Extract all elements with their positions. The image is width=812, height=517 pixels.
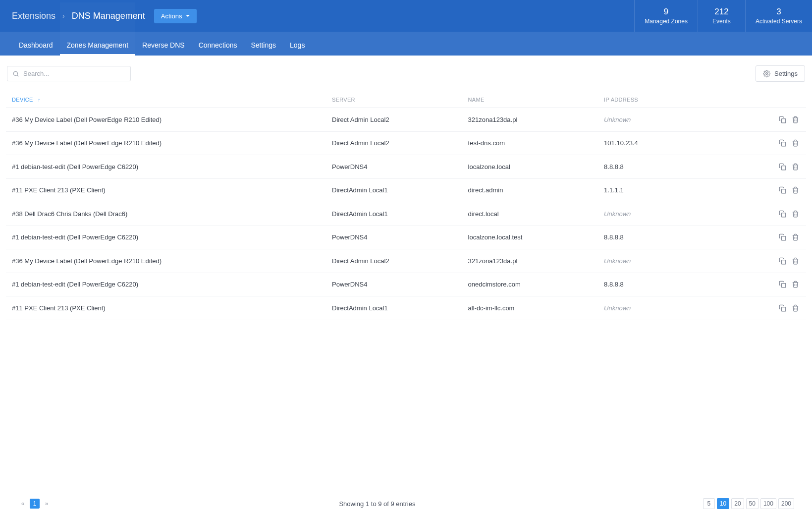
tab-zones-management[interactable]: Zones Management <box>60 34 136 56</box>
stat-managed-zones[interactable]: 9 Managed Zones <box>634 0 698 32</box>
tab-reverse-dns[interactable]: Reverse DNS <box>135 34 192 56</box>
column-ip[interactable]: IP ADDRESS <box>598 92 734 108</box>
svg-rect-11 <box>781 307 785 311</box>
cell-actions <box>734 202 806 226</box>
cell-actions <box>734 155 806 179</box>
cell-ip: 101.10.23.4 <box>598 131 734 155</box>
cell-ip: 8.8.8.8 <box>598 226 734 249</box>
trash-icon[interactable] <box>790 232 800 242</box>
stat-events[interactable]: 212 Events <box>698 0 745 32</box>
search-wrap[interactable] <box>7 66 131 81</box>
tab-connections[interactable]: Connections <box>192 34 244 56</box>
copy-icon[interactable] <box>777 162 787 172</box>
stat-label: Managed Zones <box>645 18 688 25</box>
copy-icon[interactable] <box>777 115 787 124</box>
ip-unknown-label: Unknown <box>604 116 631 123</box>
column-actions <box>734 92 806 108</box>
cell-ip: Unknown <box>598 249 734 273</box>
cell-name: direct.admin <box>462 178 598 202</box>
tab-settings[interactable]: Settings <box>244 34 283 56</box>
svg-rect-6 <box>781 189 785 193</box>
header-tabs: Dashboard Zones Management Reverse DNS C… <box>0 32 812 56</box>
ip-unknown-label: Unknown <box>604 257 631 265</box>
cell-server: PowerDNS4 <box>326 226 462 249</box>
cell-name: localzone.local <box>462 155 598 179</box>
cell-server: DirectAdmin Local1 <box>326 178 462 202</box>
table-row[interactable]: #36 My Device Label (Dell PowerEdge R210… <box>6 108 806 132</box>
svg-rect-10 <box>781 284 785 287</box>
cell-server: PowerDNS4 <box>326 273 462 296</box>
svg-line-1 <box>17 75 19 76</box>
copy-icon[interactable] <box>777 280 787 289</box>
table-row[interactable]: #1 debian-test-edit (Dell PowerEdge C622… <box>6 273 806 296</box>
trash-icon[interactable] <box>790 209 800 219</box>
copy-icon[interactable] <box>777 256 787 266</box>
search-input[interactable] <box>23 70 125 77</box>
breadcrumb-root[interactable]: Extensions <box>12 11 55 21</box>
table-row[interactable]: #1 debian-test-edit (Dell PowerEdge C622… <box>6 226 806 249</box>
cell-actions <box>734 131 806 155</box>
settings-button[interactable]: Settings <box>756 65 805 82</box>
settings-button-label: Settings <box>774 70 798 77</box>
table-row[interactable]: #11 PXE Client 213 (PXE Client)DirectAdm… <box>6 178 806 202</box>
cell-device: #11 PXE Client 213 (PXE Client) <box>6 178 326 202</box>
copy-icon[interactable] <box>777 209 787 219</box>
cell-server: Direct Admin Local2 <box>326 108 462 132</box>
column-device-label: DEVICE <box>12 97 33 103</box>
table-row[interactable]: #11 PXE Client 213 (PXE Client)DirectAdm… <box>6 296 806 320</box>
cell-actions <box>734 249 806 273</box>
cell-device: #36 My Device Label (Dell PowerEdge R210… <box>6 249 326 273</box>
actions-dropdown-button[interactable]: Actions <box>154 9 197 23</box>
ip-unknown-label: Unknown <box>604 304 631 312</box>
cell-name: 321zona123da.pl <box>462 108 598 132</box>
column-device[interactable]: DEVICE ↑ <box>6 92 326 108</box>
table-row[interactable]: #1 debian-test-edit (Dell PowerEdge C622… <box>6 155 806 179</box>
copy-icon[interactable] <box>777 138 787 148</box>
stat-activated-servers[interactable]: 3 Activated Servers <box>745 0 812 32</box>
copy-icon[interactable] <box>777 232 787 242</box>
column-server[interactable]: SERVER <box>326 92 462 108</box>
cell-actions <box>734 108 806 132</box>
cell-ip: 1.1.1.1 <box>598 178 734 202</box>
column-name[interactable]: NAME <box>462 92 598 108</box>
svg-point-0 <box>13 71 17 75</box>
stat-value: 9 <box>664 7 668 17</box>
trash-icon[interactable] <box>790 115 800 124</box>
cell-actions <box>734 226 806 249</box>
svg-rect-7 <box>781 213 785 217</box>
copy-icon[interactable] <box>777 303 787 313</box>
cell-ip: Unknown <box>598 108 734 132</box>
cell-server: Direct Admin Local2 <box>326 131 462 155</box>
cell-ip: Unknown <box>598 202 734 226</box>
cell-device: #1 debian-test-edit (Dell PowerEdge C622… <box>6 226 326 249</box>
cell-ip: 8.8.8.8 <box>598 155 734 179</box>
zones-table: DEVICE ↑ SERVER NAME IP ADDRESS #36 My D… <box>6 92 806 320</box>
tab-logs[interactable]: Logs <box>283 34 312 56</box>
table-row[interactable]: #38 Dell Drac6 Chris Danks (Dell Drac6)D… <box>6 202 806 226</box>
svg-rect-3 <box>781 118 785 122</box>
cell-ip: 8.8.8.8 <box>598 273 734 296</box>
trash-icon[interactable] <box>790 256 800 266</box>
cell-device: #36 My Device Label (Dell PowerEdge R210… <box>6 108 326 132</box>
cell-name: all-dc-im-llc.com <box>462 296 598 320</box>
trash-icon[interactable] <box>790 303 800 313</box>
cell-server: PowerDNS4 <box>326 155 462 179</box>
table-row[interactable]: #36 My Device Label (Dell PowerEdge R210… <box>6 249 806 273</box>
table-row[interactable]: #36 My Device Label (Dell PowerEdge R210… <box>6 131 806 155</box>
trash-icon[interactable] <box>790 162 800 172</box>
cell-name: localzone.local.test <box>462 226 598 249</box>
trash-icon[interactable] <box>790 138 800 148</box>
actions-button-label: Actions <box>161 12 182 20</box>
trash-icon[interactable] <box>790 185 800 195</box>
cell-actions <box>734 296 806 320</box>
cell-name: 321zona123da.pl <box>462 249 598 273</box>
tab-dashboard[interactable]: Dashboard <box>12 34 60 56</box>
trash-icon[interactable] <box>790 280 800 289</box>
sort-arrow-up-icon: ↑ <box>38 97 40 103</box>
stat-label: Activated Servers <box>756 18 802 25</box>
cell-ip: Unknown <box>598 296 734 320</box>
copy-icon[interactable] <box>777 185 787 195</box>
cell-actions <box>734 178 806 202</box>
svg-rect-9 <box>781 260 785 264</box>
svg-point-2 <box>766 73 768 75</box>
